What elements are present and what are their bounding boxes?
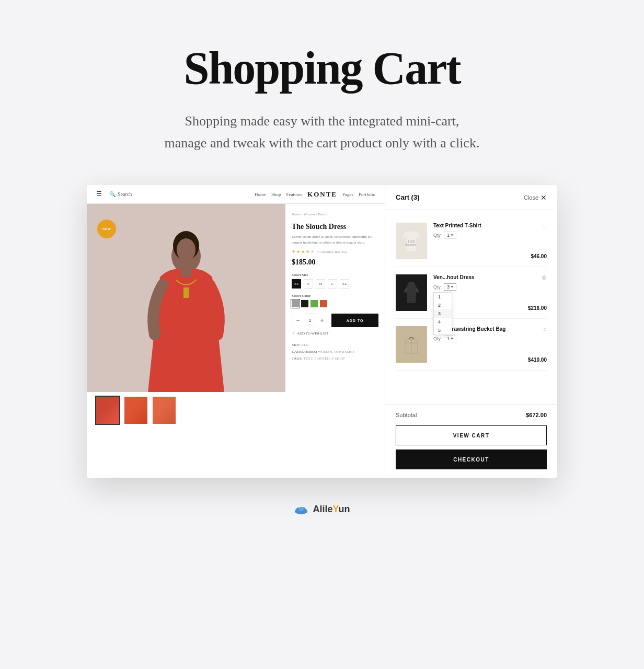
color-green[interactable]: [310, 300, 318, 307]
cart-title: Cart (3): [396, 193, 420, 201]
cart-item-1-qty-row: Qty 1 ▾: [433, 232, 547, 239]
product-description: Lorem ipsum dolor sit amet, consectetur …: [292, 234, 378, 245]
alileyun-logo: AlileYun: [294, 504, 350, 515]
nav-pages[interactable]: Pages: [342, 192, 353, 197]
wishlist-label: ADD TO WISHLIST: [297, 331, 328, 336]
thumbnail-2[interactable]: [123, 396, 148, 425]
breadcrumb: Home › Women › Basics: [292, 212, 378, 216]
product-rating: ★ ★ ★ ★ ★ 3 Customer Reviews: [292, 249, 378, 254]
cart-item-3-remove[interactable]: ○: [543, 326, 547, 332]
nav-shop[interactable]: Shop: [271, 192, 281, 197]
cart-close-button[interactable]: Close ✕: [524, 194, 547, 201]
search-area[interactable]: 🔍 Search: [109, 191, 132, 197]
svg-rect-2: [183, 287, 189, 298]
svg-rect-1: [181, 264, 191, 277]
tshirt-svg: LIKE TRAVEL: [401, 228, 422, 254]
cart-item-2-details: Ven...hout Dress Qty 3 ▾: [433, 274, 547, 291]
size-s[interactable]: S: [304, 279, 313, 289]
cart-item-3: Bond Drawstring Bucket Bag Qty 1 ▾ ○ $41…: [396, 319, 547, 371]
qty-value-1: 1: [447, 233, 450, 238]
size-xl[interactable]: XL: [340, 279, 349, 289]
hamburger-icon[interactable]: ☰: [96, 190, 102, 198]
qty-label-3: Qty: [433, 336, 441, 341]
star-5: ★: [310, 249, 314, 254]
svg-text:LIKE: LIKE: [408, 240, 415, 243]
size-xs[interactable]: XS: [292, 279, 301, 289]
qty-option-3[interactable]: 3: [434, 309, 452, 318]
color-gray[interactable]: [292, 300, 299, 307]
wishlist-row[interactable]: ♡ ADD TO WISHLIST: [292, 331, 378, 336]
qty-increase[interactable]: +: [316, 314, 328, 327]
qty-option-1[interactable]: 1: [434, 293, 452, 301]
cart-subtotal: Subtotal $672.00: [385, 404, 557, 425]
alileyun-brand-text: AlileYun: [313, 504, 350, 515]
size-options: XS S M L XL: [292, 279, 378, 289]
cart-item-3-price: $410.00: [528, 357, 547, 363]
cart-item-2: Ven...hout Dress Qty 3 ▾ ⊗ $216.00: [396, 267, 547, 319]
qty-add-row: − + ADD TO: [292, 314, 378, 327]
product-thumbnails: [87, 392, 285, 429]
svg-point-13: [298, 507, 304, 511]
thumbnail-1[interactable]: [95, 396, 120, 425]
nav-features[interactable]: Features: [286, 192, 303, 197]
nav-home[interactable]: Home: [255, 192, 266, 197]
search-icon: 🔍: [109, 191, 116, 197]
mockup-container: ☰ 🔍 Search Home Shop Features KONTE Page…: [87, 185, 557, 478]
color-black[interactable]: [301, 300, 308, 307]
qty-option-5[interactable]: 5: [434, 326, 452, 334]
cart-item-1-image: LIKE TRAVEL: [396, 223, 427, 259]
page-title: Shopping Cart: [183, 42, 460, 95]
svg-point-4: [177, 238, 196, 261]
nav-portfolio[interactable]: Portfolio: [359, 192, 375, 197]
cart-qty-select-3[interactable]: 1 ▾: [444, 335, 456, 342]
add-to-cart-button[interactable]: ADD TO: [331, 314, 378, 327]
dress-svg: [401, 280, 422, 306]
cart-item-1-details: Text Printed T-Shirt Qty 1 ▾: [433, 223, 547, 239]
cart-qty-select-2[interactable]: 3 ▾: [444, 283, 456, 291]
size-l[interactable]: L: [328, 279, 337, 289]
color-label: Select Color: [292, 294, 378, 298]
cart-item-1-remove[interactable]: ○: [543, 223, 547, 229]
product-panel: ☰ 🔍 Search Home Shop Features KONTE Page…: [87, 185, 385, 478]
cart-qty-select-1[interactable]: 1 ▾: [444, 232, 456, 239]
qty-decrease[interactable]: −: [292, 314, 304, 327]
product-price: $185.00: [292, 258, 378, 267]
qty-label-2: Qty: [433, 284, 441, 290]
star-4: ★: [306, 249, 309, 254]
cart-panel: Cart (3) Close ✕ LIKE TRAVEL: [385, 185, 557, 478]
search-label: Search: [118, 191, 132, 197]
qty-value-2: 3: [447, 284, 450, 290]
product-details: Home › Women › Basics The Slouch Dress L…: [285, 204, 385, 465]
sku-label: SKU:: [292, 343, 301, 347]
qty-option-2[interactable]: 2: [434, 301, 452, 309]
close-icon: ✕: [540, 194, 547, 201]
cart-item-2-remove[interactable]: ⊗: [542, 274, 547, 281]
qty-option-4[interactable]: 4: [434, 318, 452, 326]
color-options: [292, 300, 378, 307]
new-badge: NEW: [97, 220, 116, 238]
thumbnail-3[interactable]: [152, 396, 177, 425]
subtotal-amount: $672.00: [526, 412, 547, 418]
qty-input[interactable]: [304, 318, 316, 323]
qty-chevron-1: ▾: [451, 233, 453, 237]
checkout-button[interactable]: CHECKOUT: [396, 449, 547, 469]
cart-item-2-name: Ven...hout Dress: [433, 274, 547, 280]
sku-value: 0432: [301, 343, 308, 347]
qty-label-1: Qty: [433, 233, 441, 238]
bag-svg: [401, 331, 422, 357]
color-red[interactable]: [320, 300, 327, 307]
review-count: 3 Customer Reviews: [317, 250, 347, 254]
cart-item-2-price: $216.00: [528, 305, 547, 311]
subtotal-label: Subtotal: [396, 412, 417, 418]
nav-brand[interactable]: KONTE: [307, 190, 337, 199]
product-name: The Slouch Dress: [292, 223, 378, 231]
size-m[interactable]: M: [316, 279, 325, 289]
quantity-control: − +: [292, 314, 328, 327]
view-cart-button[interactable]: VIEW CART: [396, 425, 547, 445]
qty-dropdown: 1 2 3 4 5: [433, 292, 452, 335]
sku-row: SKU: 0432: [292, 343, 378, 348]
categories-value: WOMEN, TOP/BASICS: [318, 350, 354, 354]
star-3: ★: [301, 249, 305, 254]
cart-item-1-name: Text Printed T-Shirt: [433, 223, 547, 228]
nav-links: Home Shop Features KONTE Pages Portfolio: [255, 190, 375, 199]
